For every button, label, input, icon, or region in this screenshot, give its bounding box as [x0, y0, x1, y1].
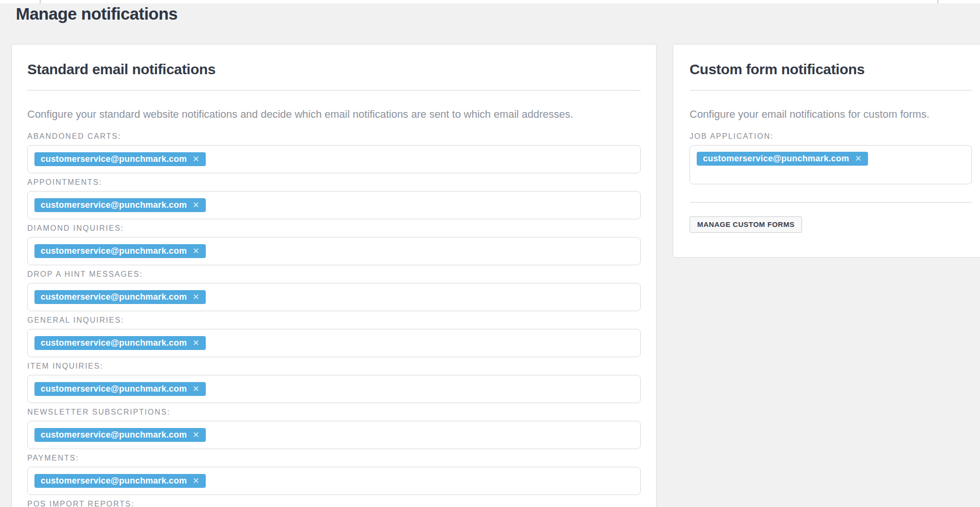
notification-field-abandoned-carts: ABANDONED CARTS: customerservice@punchma…: [27, 132, 641, 173]
field-label: DIAMOND INQUIRIES:: [27, 224, 641, 232]
email-tag: customerservice@punchmark.com ✕: [34, 474, 206, 488]
notification-field-appointments: APPOINTMENTS: customerservice@punchmark.…: [27, 178, 641, 219]
notification-field-item-inquiries: ITEM INQUIRIES: customerservice@punchmar…: [27, 362, 641, 403]
email-tag: customerservice@punchmark.com ✕: [697, 152, 868, 166]
email-tag: customerservice@punchmark.com ✕: [34, 382, 206, 396]
card-description: Configure your email notifications for c…: [690, 108, 972, 121]
tag-email-text: customerservice@punchmark.com: [41, 476, 187, 486]
remove-tag-icon[interactable]: ✕: [192, 155, 199, 163]
divider: [690, 90, 972, 90]
notification-field-newsletter-subscriptions: NEWSLETTER SUBSCRIPTIONS: customerservic…: [27, 408, 641, 449]
email-tag-input[interactable]: customerservice@punchmark.com ✕: [27, 329, 641, 357]
notification-field-pos-import-reports: POS IMPORT REPORTS:: [27, 500, 641, 507]
tag-email-text: customerservice@punchmark.com: [41, 246, 187, 256]
remove-tag-icon[interactable]: ✕: [192, 385, 199, 393]
email-tag: customerservice@punchmark.com ✕: [34, 428, 206, 442]
window-edge-tick: [937, 0, 938, 3]
email-tag: customerservice@punchmark.com ✕: [34, 152, 206, 166]
field-label: ITEM INQUIRIES:: [27, 362, 641, 370]
remove-tag-icon[interactable]: ✕: [192, 431, 199, 439]
standard-notifications-card: Standard email notifications Configure y…: [11, 44, 657, 507]
divider: [690, 202, 972, 203]
field-label: JOB APPLICATION:: [690, 132, 972, 140]
email-tag: customerservice@punchmark.com ✕: [34, 290, 206, 304]
email-tag-input[interactable]: customerservice@punchmark.com ✕: [690, 145, 972, 184]
card-title: Custom form notifications: [690, 62, 972, 77]
email-tag-input[interactable]: customerservice@punchmark.com ✕: [27, 145, 641, 173]
notification-field-diamond-inquiries: DIAMOND INQUIRIES: customerservice@punch…: [27, 224, 641, 265]
window-edge-tick: [40, 0, 41, 3]
tag-email-text: customerservice@punchmark.com: [41, 430, 187, 440]
field-label: APPOINTMENTS:: [27, 178, 641, 186]
remove-tag-icon[interactable]: ✕: [192, 293, 199, 301]
tag-email-text: customerservice@punchmark.com: [41, 154, 187, 164]
tag-email-text: customerservice@punchmark.com: [41, 338, 187, 348]
email-tag-input[interactable]: customerservice@punchmark.com ✕: [27, 375, 641, 403]
email-tag: customerservice@punchmark.com ✕: [34, 198, 206, 212]
tag-email-text: customerservice@punchmark.com: [41, 292, 187, 302]
field-label: POS IMPORT REPORTS:: [27, 500, 641, 507]
email-tag: customerservice@punchmark.com ✕: [34, 244, 206, 258]
field-label: ABANDONED CARTS:: [27, 132, 641, 140]
field-label: DROP A HINT MESSAGES:: [27, 270, 641, 278]
email-tag: customerservice@punchmark.com ✕: [34, 336, 206, 350]
field-label: PAYMENTS:: [27, 454, 641, 462]
email-tag-input[interactable]: customerservice@punchmark.com ✕: [27, 191, 641, 219]
notification-field-drop-a-hint: DROP A HINT MESSAGES: customerservice@pu…: [27, 270, 641, 311]
email-tag-input[interactable]: customerservice@punchmark.com ✕: [27, 237, 641, 265]
notification-field-general-inquiries: GENERAL INQUIRIES: customerservice@punch…: [27, 316, 641, 357]
field-label: GENERAL INQUIRIES:: [27, 316, 641, 324]
divider: [27, 90, 641, 90]
field-label: NEWSLETTER SUBSCRIPTIONS:: [27, 408, 641, 416]
page-title: Manage notifications: [16, 4, 178, 24]
tag-email-text: customerservice@punchmark.com: [41, 200, 187, 210]
manage-custom-forms-button[interactable]: MANAGE CUSTOM FORMS: [690, 216, 802, 233]
custom-form-notifications-card: Custom form notifications Configure your…: [673, 44, 980, 258]
remove-tag-icon[interactable]: ✕: [192, 201, 199, 209]
remove-tag-icon[interactable]: ✕: [192, 477, 199, 485]
card-description: Configure your standard website notifica…: [27, 108, 641, 121]
email-tag-input[interactable]: customerservice@punchmark.com ✕: [27, 421, 641, 449]
tag-email-text: customerservice@punchmark.com: [41, 384, 187, 394]
remove-tag-icon[interactable]: ✕: [192, 247, 199, 255]
browser-edge-strip: [0, 0, 980, 3]
tag-email-text: customerservice@punchmark.com: [703, 154, 849, 164]
email-tag-input[interactable]: customerservice@punchmark.com ✕: [27, 283, 641, 311]
remove-tag-icon[interactable]: ✕: [192, 339, 199, 347]
notification-field-payments: PAYMENTS: customerservice@punchmark.com …: [27, 454, 641, 495]
notification-field-job-application: JOB APPLICATION: customerservice@punchma…: [690, 132, 972, 184]
card-title: Standard email notifications: [27, 62, 641, 77]
email-tag-input[interactable]: customerservice@punchmark.com ✕: [27, 467, 641, 495]
remove-tag-icon[interactable]: ✕: [855, 155, 861, 163]
